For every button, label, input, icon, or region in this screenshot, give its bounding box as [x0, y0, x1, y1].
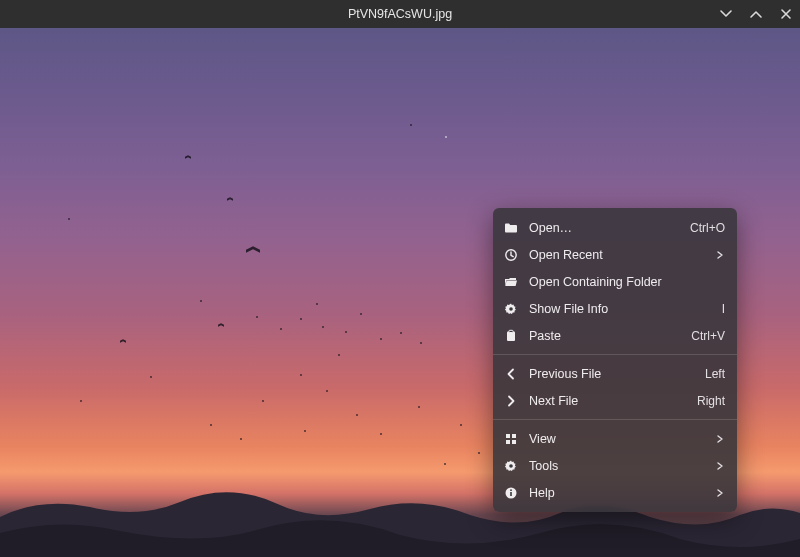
bird-silhouette: [227, 198, 233, 201]
bird-silhouette: [304, 430, 306, 432]
menu-item-label: Show File Info: [529, 302, 712, 316]
menu-item-shortcut: Ctrl+O: [690, 221, 725, 235]
svg-rect-6: [506, 440, 510, 444]
bird-silhouette: [218, 324, 224, 327]
image-viewer-window: PtVN9fACsWU.jpg: [0, 0, 800, 557]
chevron-right-icon: [715, 462, 725, 470]
menu-separator: [493, 354, 737, 355]
chevron-down-icon: [719, 7, 733, 21]
menu-item-shortcut: Left: [705, 367, 725, 381]
menu-item-tools[interactable]: Tools: [493, 452, 737, 479]
chevron-right-icon: [715, 251, 725, 259]
gear-icon: [503, 458, 519, 474]
menu-item-open-recent[interactable]: Open Recent: [493, 241, 737, 268]
context-menu: Open… Ctrl+O Open Recent Open Containing…: [493, 208, 737, 512]
info-icon: [503, 485, 519, 501]
folder-open-icon: [503, 274, 519, 290]
chevron-left-icon: [503, 366, 519, 382]
menu-item-shortcut: Ctrl+V: [691, 329, 725, 343]
svg-point-8: [509, 464, 513, 468]
bird-silhouette: [200, 300, 202, 302]
clipboard-icon: [503, 328, 519, 344]
clock-icon: [503, 247, 519, 263]
minimize-button[interactable]: [718, 6, 734, 22]
svg-rect-5: [512, 434, 516, 438]
bird-silhouette: [345, 331, 347, 333]
svg-rect-11: [510, 489, 512, 491]
menu-item-label: Open Recent: [529, 248, 705, 262]
close-icon: [779, 7, 793, 21]
bird-silhouette: [262, 400, 264, 402]
menu-item-label: Previous File: [529, 367, 695, 381]
menu-item-open-containing-folder[interactable]: Open Containing Folder: [493, 268, 737, 295]
window-title: PtVN9fACsWU.jpg: [348, 7, 452, 21]
menu-item-label: Paste: [529, 329, 681, 343]
bird-silhouette: [410, 124, 412, 126]
bird-silhouette: [360, 313, 362, 315]
bird-silhouette: [322, 326, 324, 328]
svg-rect-3: [509, 330, 513, 332]
svg-rect-7: [512, 440, 516, 444]
bird-silhouette: [316, 303, 318, 305]
bird-silhouette: [120, 340, 126, 343]
close-button[interactable]: [778, 6, 794, 22]
folder-icon: [503, 220, 519, 236]
maximize-button[interactable]: [748, 6, 764, 22]
chevron-up-icon: [749, 7, 763, 21]
menu-item-shortcut: I: [722, 302, 725, 316]
menu-item-help[interactable]: Help: [493, 479, 737, 506]
svg-rect-10: [510, 492, 512, 496]
menu-item-shortcut: Right: [697, 394, 725, 408]
menu-item-label: Open Containing Folder: [529, 275, 715, 289]
bird-silhouette: [246, 248, 260, 255]
menu-item-label: Open…: [529, 221, 680, 235]
menu-item-view[interactable]: View: [493, 425, 737, 452]
bird-silhouette: [240, 438, 242, 440]
bird-silhouette: [400, 332, 402, 334]
bird-silhouette: [418, 406, 420, 408]
grid-icon: [503, 431, 519, 447]
bird-silhouette: [80, 400, 82, 402]
menu-item-show-file-info[interactable]: Show File Info I: [493, 295, 737, 322]
bird-silhouette: [300, 318, 302, 320]
menu-item-previous-file[interactable]: Previous File Left: [493, 360, 737, 387]
menu-item-open[interactable]: Open… Ctrl+O: [493, 214, 737, 241]
bird-silhouette: [444, 463, 446, 465]
menu-item-label: Tools: [529, 459, 705, 473]
bird-silhouette: [380, 433, 382, 435]
bird-silhouette: [210, 424, 212, 426]
bird-silhouette: [256, 316, 258, 318]
bird-silhouette: [68, 218, 70, 220]
menu-item-label: View: [529, 432, 705, 446]
bird-silhouette: [356, 414, 358, 416]
svg-point-1: [509, 307, 513, 311]
chevron-right-icon: [503, 393, 519, 409]
bird-silhouette: [300, 374, 302, 376]
bird-silhouette: [478, 452, 480, 454]
svg-rect-4: [506, 434, 510, 438]
menu-item-paste[interactable]: Paste Ctrl+V: [493, 322, 737, 349]
titlebar: PtVN9fACsWU.jpg: [0, 0, 800, 28]
chevron-right-icon: [715, 489, 725, 497]
gear-icon: [503, 301, 519, 317]
menu-separator: [493, 419, 737, 420]
menu-item-next-file[interactable]: Next File Right: [493, 387, 737, 414]
chevron-right-icon: [715, 435, 725, 443]
bird-silhouette: [185, 156, 191, 159]
bird-silhouette: [326, 390, 328, 392]
window-controls: [718, 0, 794, 28]
bird-silhouette: [460, 424, 462, 426]
bird-silhouette: [280, 328, 282, 330]
bird-silhouette: [420, 342, 422, 344]
bird-silhouette: [380, 338, 382, 340]
bird-silhouette: [150, 376, 152, 378]
menu-item-label: Next File: [529, 394, 687, 408]
menu-item-label: Help: [529, 486, 705, 500]
image-canvas[interactable]: Open… Ctrl+O Open Recent Open Containing…: [0, 28, 800, 557]
star: [445, 136, 447, 138]
bird-silhouette: [338, 354, 340, 356]
